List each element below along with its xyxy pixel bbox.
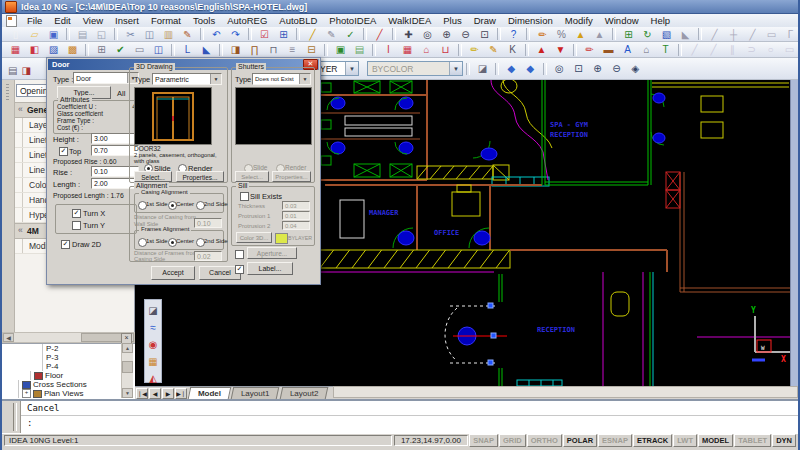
wall-grid-2-icon[interactable]: ◧ — [26, 42, 43, 57]
opening-icon[interactable]: ⊓ — [265, 42, 282, 57]
tab-nav-button[interactable]: ▶❘ — [175, 388, 187, 399]
circle-icon[interactable]: ○ — [762, 42, 779, 57]
format-painter-icon[interactable]: ✎ — [179, 27, 196, 42]
door-2-icon[interactable]: ∏ — [246, 42, 263, 57]
line-icon[interactable]: ╱ — [706, 27, 723, 42]
select-button[interactable]: Select... — [134, 171, 172, 182]
spell-check-icon[interactable]: ☑ — [256, 27, 273, 42]
menu-edit[interactable]: Edit — [48, 15, 76, 26]
render-cam-icon[interactable]: ◪ — [145, 303, 161, 318]
chevron-down-icon[interactable]: ▼ — [210, 74, 221, 84]
print-preview-icon[interactable]: ◱ — [93, 27, 110, 42]
match-props-icon[interactable]: ◪ — [474, 61, 491, 76]
tree-item[interactable]: +Plan Views — [2, 389, 135, 398]
rotate-icon[interactable]: ↻ — [639, 27, 656, 42]
canvas-horizontal-scrollbar[interactable] — [333, 386, 798, 398]
scale-percent-icon[interactable]: % — [553, 27, 570, 42]
chevron-down-icon[interactable]: ▼ — [345, 62, 358, 75]
sketch-pencil-icon[interactable]: ╱ — [371, 27, 388, 42]
menu-draw[interactable]: Draw — [468, 15, 502, 26]
k-tool-icon[interactable]: K — [504, 42, 521, 57]
point-b-icon[interactable]: ◆ — [522, 61, 539, 76]
sill-exists-checkbox[interactable] — [240, 192, 249, 201]
help-icon[interactable]: ? — [505, 27, 522, 42]
toggle-lwt[interactable]: LWT — [673, 434, 697, 447]
tab-model[interactable]: Model — [188, 387, 232, 399]
draw-2d-checkbox[interactable]: ✓ — [61, 240, 70, 249]
menu-photoidea[interactable]: PhotoIDEA — [323, 15, 382, 26]
window-2-icon[interactable]: ◫ — [150, 42, 167, 57]
zoom-realtime-icon[interactable]: ◎ — [419, 27, 436, 42]
menu-insert[interactable]: Insert — [109, 15, 145, 26]
toggle-snap[interactable]: SNAP — [469, 434, 498, 447]
home-icon[interactable]: ⌂ — [638, 42, 655, 57]
label-button[interactable]: Label... — [247, 262, 293, 275]
tee-icon[interactable]: T — [657, 42, 674, 57]
tree-item[interactable]: P-2 — [2, 344, 135, 353]
aperture-checkbox[interactable] — [235, 250, 244, 259]
check-ok-icon[interactable]: ✔ — [112, 42, 129, 57]
menu-plus[interactable]: Plus — [437, 15, 467, 26]
redline-icon[interactable]: ✏ — [534, 27, 551, 42]
wall-multi-icon[interactable]: ▩ — [64, 42, 81, 57]
image-2-icon[interactable]: ▤ — [351, 42, 368, 57]
turn-y-checkbox[interactable] — [72, 221, 81, 230]
hatch-or-icon[interactable]: ▦ — [145, 354, 161, 369]
hatch-icon[interactable]: ▧ — [658, 27, 675, 42]
zoom-in-2-icon[interactable]: ⊕ — [589, 61, 606, 76]
save-icon[interactable]: ▣ — [45, 27, 62, 42]
arrow-up-red-icon[interactable]: ▲ — [533, 42, 550, 57]
turn-x-checkbox[interactable]: ✓ — [72, 209, 81, 218]
plot-icon[interactable]: ▤ — [7, 64, 18, 77]
arc-u-icon[interactable]: ⊃ — [743, 42, 760, 57]
menu-help[interactable]: Help — [645, 15, 677, 26]
menu-autoreg[interactable]: AutoREG — [221, 15, 273, 26]
properties-button[interactable]: Properties... — [176, 171, 224, 182]
cone-icon[interactable]: ◭ — [145, 371, 161, 386]
toggle-esnap[interactable]: ESNAP — [598, 434, 632, 447]
copy-icon[interactable]: ◫ — [141, 27, 158, 42]
l-shape-icon[interactable]: L — [179, 42, 196, 57]
stack-layers-icon[interactable]: ≡ — [284, 42, 301, 57]
grid-snap-icon[interactable]: ⊞ — [620, 27, 637, 42]
color-combo[interactable]: BYCOLOR ▼ — [367, 61, 463, 76]
zoom-win-2-icon[interactable]: ⊡ — [570, 61, 587, 76]
casing-distance-field[interactable]: 0.10 — [194, 218, 222, 228]
frames-distance-field[interactable]: 0.02 — [194, 251, 222, 261]
rectangle-icon[interactable]: ▭ — [763, 27, 780, 42]
dline-1-icon[interactable]: ╱ — [686, 42, 703, 57]
scroll-down-icon[interactable]: ▼ — [122, 388, 133, 398]
wall-grid-3-icon[interactable]: ▨ — [45, 42, 62, 57]
label-checkbox[interactable]: ✓ — [235, 265, 244, 274]
text-A-blue-icon[interactable]: A — [619, 42, 636, 57]
tab-layout1[interactable]: Layout1 — [231, 387, 280, 399]
toggle-dyn[interactable]: DYN — [772, 434, 796, 447]
scroll-up-icon[interactable]: ▲ — [122, 343, 133, 353]
warning-triangle-icon[interactable]: ▲ — [572, 27, 589, 42]
dline-2-icon[interactable]: ╱ — [705, 42, 722, 57]
toggle-ortho[interactable]: ORTHO — [527, 434, 562, 447]
tab-nav-button[interactable]: ❘◀ — [136, 388, 148, 399]
wave-icon[interactable]: ≈ — [145, 320, 161, 335]
pan-icon[interactable]: ✚ — [400, 27, 417, 42]
tab-nav-button[interactable]: ▶ — [162, 388, 174, 399]
tree-item[interactable]: P-3 — [2, 353, 135, 362]
menu-window[interactable]: Window — [599, 15, 645, 26]
layout-icon[interactable]: ◨ — [20, 64, 31, 77]
accept-button[interactable]: Accept — [151, 266, 195, 280]
parallel-icon[interactable]: ∥ — [724, 42, 741, 57]
menu-file[interactable]: File — [21, 15, 48, 26]
shutters-type-combo[interactable]: Does not Exist▼ — [252, 73, 311, 85]
zoom-out-icon[interactable]: ⊖ — [457, 27, 474, 42]
table-grid-icon[interactable]: ⊞ — [93, 42, 110, 57]
command-panel-grip[interactable] — [2, 401, 21, 433]
zoom-window-icon[interactable]: ⊡ — [476, 27, 493, 42]
triangle-tool-icon[interactable]: ◣ — [677, 27, 694, 42]
slab-icon[interactable]: ⊟ — [303, 42, 320, 57]
zoom-extents-icon[interactable]: ◈ — [627, 61, 644, 76]
toggle-tablet[interactable]: TABLET — [734, 434, 771, 447]
image-1-icon[interactable]: ▣ — [332, 42, 349, 57]
drawing3d-type-combo[interactable]: Parametric▼ — [152, 73, 222, 85]
toggle-polar[interactable]: POLAR — [563, 434, 597, 447]
cut-icon[interactable]: ✂ — [122, 27, 139, 42]
